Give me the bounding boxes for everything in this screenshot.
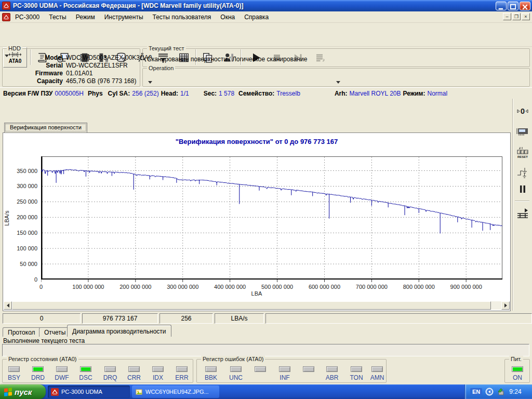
language-indicator[interactable]: EN xyxy=(470,388,482,395)
mdi-close-button[interactable]: × xyxy=(522,13,530,20)
pci-card-icon[interactable] xyxy=(515,124,530,138)
status-segment-value: 1 578 xyxy=(219,90,234,97)
register-led-label: DWF xyxy=(50,374,73,381)
maximize-button[interactable] xyxy=(508,2,518,10)
mdi-restore-button[interactable]: ❐ xyxy=(512,13,521,20)
register-led-label: DSC xyxy=(74,374,97,381)
range-cell: 976 773 167 xyxy=(82,313,158,324)
register-led-DRQ xyxy=(104,366,116,372)
register-led-IDX xyxy=(152,366,164,372)
x-tick-label: 400 000 000 xyxy=(206,284,254,290)
range-cell: LBA/s xyxy=(215,313,264,324)
register-led-DWF xyxy=(56,366,68,372)
power-jump-icon[interactable] xyxy=(515,165,530,180)
register-led-label: BSY xyxy=(3,374,25,381)
register-led-INF xyxy=(279,366,290,372)
x-tick-label: 900 000 000 xyxy=(442,284,490,290)
right-toolbar: 0 000RESET xyxy=(512,99,532,311)
register-led-BSY xyxy=(8,366,20,372)
menu-item-Режим[interactable]: Режим xyxy=(71,12,100,22)
y-tick-label: 50 000 xyxy=(4,261,37,267)
y-tick-label: 300 000 xyxy=(4,183,37,189)
status-segment-label: Cyl SA: xyxy=(108,90,130,97)
mdi-minimize-button[interactable]: – xyxy=(503,13,511,20)
power-label: Пит. xyxy=(509,356,523,362)
status-segment-value: 1/1 xyxy=(180,90,189,97)
chart-range-cells: 0976 773 167256LBA/s xyxy=(3,313,532,324)
register-led-label: AMN xyxy=(366,374,389,381)
x-tick-label: 800 000 000 xyxy=(395,284,443,290)
y-tick-label: 250 000 xyxy=(4,198,37,205)
drive-status-line: Версия F/W ПЗУ0005005HPhysCyl SA:256 (25… xyxy=(0,87,532,99)
current-test-group-label: Текущий тест xyxy=(147,45,186,51)
minimize-button[interactable] xyxy=(496,2,507,10)
power-groupbox: Пит. ON xyxy=(504,359,530,383)
register-led-CRR xyxy=(128,366,140,372)
bottom-tab-2[interactable]: Отчеты xyxy=(39,327,71,337)
mdi-child-icon xyxy=(2,13,10,21)
main-toolbar: ATA0 xyxy=(0,23,532,47)
status-segment-label: Phys xyxy=(88,90,103,97)
removable-device-icon[interactable] xyxy=(497,388,505,396)
menu-item-Инструменты[interactable]: Инструменты xyxy=(100,12,148,22)
tab-surface-verification[interactable]: Верификация поверхности xyxy=(4,123,87,132)
status-segment-label: Head: xyxy=(161,90,178,97)
register-led-label: BBK xyxy=(200,374,222,381)
operation-dropdown-arrow-2[interactable] xyxy=(336,81,340,84)
y-tick-label: 0 xyxy=(4,276,37,283)
zero-reset-icon[interactable]: 0 xyxy=(515,104,530,118)
hdd-field-label: Model xyxy=(3,54,63,61)
hdd-field-label: Serial xyxy=(3,62,63,69)
status-segment-label: Режим: xyxy=(403,90,425,97)
status-segment-label: Семейство: xyxy=(238,90,274,97)
windows-flag-icon xyxy=(4,388,12,396)
scrollbar-thumb[interactable] xyxy=(12,301,491,310)
hdd-groupbox: HDD ModelWDC WD5003AZEX-00K3CA0 SerialWD… xyxy=(2,48,140,87)
task-image-icon xyxy=(135,388,143,396)
task-button-1[interactable]: PC-3000 UDMA xyxy=(48,385,130,398)
status-segment-label: Arh: xyxy=(335,90,348,97)
register-led-label: INF xyxy=(273,374,296,381)
register-led-BBK xyxy=(205,366,217,372)
menu-item-Справка[interactable]: Справка xyxy=(240,12,273,22)
register-led-label: UNC xyxy=(224,374,247,381)
chart-horizontal-scrollbar[interactable] xyxy=(4,301,510,310)
menu-item-Тесты пользователя[interactable]: Тесты пользователя xyxy=(148,12,216,22)
y-tick-label: 200 000 xyxy=(4,214,37,220)
status-segment-value: 256 (252) xyxy=(132,90,158,97)
menu-item-Окна[interactable]: Окна xyxy=(216,12,240,22)
funnel-start-icon[interactable] xyxy=(515,206,530,220)
menu-item-РС-3000[interactable]: РС-3000 xyxy=(10,12,44,22)
menu-bar: РС-3000ТестыРежимИнструментыТесты пользо… xyxy=(0,11,532,23)
operation-dropdown-arrow[interactable] xyxy=(148,81,152,84)
bottom-tab-1[interactable]: Протокол xyxy=(3,327,41,337)
system-status-icon[interactable] xyxy=(485,388,494,396)
pause-icon[interactable] xyxy=(515,182,530,196)
report-toolbar xyxy=(0,99,512,122)
register-reset-icon[interactable]: 000RESET xyxy=(515,145,530,160)
register-led-UNC xyxy=(230,366,242,372)
error-register-groupbox: Регистр ошибок (ATA0) BBKUNCINFABRTONAMN xyxy=(196,359,387,383)
register-led-blank xyxy=(255,366,266,372)
close-button[interactable] xyxy=(520,2,530,10)
status-register-label: Регистр состояния (ATA0) xyxy=(7,356,78,362)
svg-text:0: 0 xyxy=(519,151,521,154)
menu-item-Тесты[interactable]: Тесты xyxy=(44,12,71,22)
svg-text:0: 0 xyxy=(526,151,528,154)
task-app-icon xyxy=(51,388,59,396)
hdd-field-value: 01.01A01 xyxy=(66,70,92,77)
register-led-DSC xyxy=(80,366,91,372)
operation-groupbox: Operation xyxy=(142,68,530,87)
scroll-left-button[interactable] xyxy=(4,301,12,310)
scroll-right-button[interactable] xyxy=(501,301,510,310)
svg-text:RESET: RESET xyxy=(517,155,528,158)
register-led-ERR xyxy=(176,366,188,372)
x-tick-label: 700 000 000 xyxy=(348,284,395,290)
task-button-label: PC-3000 UDMA xyxy=(61,389,102,395)
start-button[interactable]: пуск xyxy=(0,384,46,399)
bottom-tab-3[interactable]: Диаграмма производительности xyxy=(67,325,171,337)
y-tick-label: 150 000 xyxy=(4,230,37,236)
svg-text:0: 0 xyxy=(523,151,524,154)
title-bar: PC-3000 UDMA - Российская Федерация - [W… xyxy=(0,0,532,11)
task-button-2[interactable]: WCC6Y0HEU94Z.JPG... xyxy=(132,385,219,398)
